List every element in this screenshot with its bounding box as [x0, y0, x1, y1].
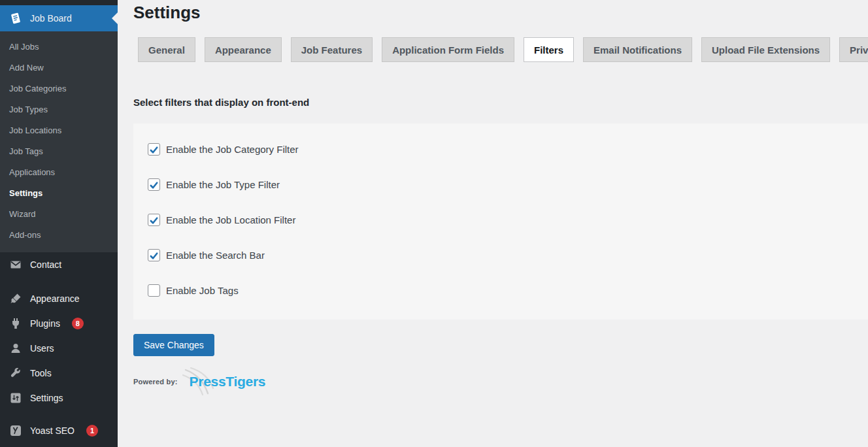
filter-label[interactable]: Enable the Job Type Filter — [166, 178, 280, 191]
sidebar-item-settings[interactable]: Settings — [0, 386, 118, 410]
user-icon — [9, 342, 22, 355]
search-bar-checkbox[interactable] — [148, 249, 160, 261]
filters-panel: Enable the Job Category Filter Enable th… — [133, 124, 868, 320]
filter-row: Enable the Search Bar — [148, 249, 868, 284]
save-changes-button[interactable]: Save Changes — [133, 334, 214, 356]
tab-application-form-fields[interactable]: Application Form Fields — [382, 37, 514, 62]
sliders-icon — [9, 391, 22, 405]
sidebar-item-label: Job Board — [30, 13, 72, 24]
sidebar-item-label: Appearance — [30, 293, 80, 304]
powered-by: Powered by: PressTigers — [133, 374, 868, 389]
sidebar-subitem-job-tags[interactable]: Job Tags — [0, 141, 118, 162]
tab-appearance[interactable]: Appearance — [205, 37, 282, 62]
sidebar-item-appearance[interactable]: Appearance — [0, 286, 118, 311]
presstigers-logo: PressTigers — [190, 374, 266, 389]
sidebar-subitem-add-new[interactable]: Add New — [0, 58, 118, 78]
sidebar-item-plugins[interactable]: Plugins 8 — [0, 311, 118, 336]
sidebar-item-label: Plugins — [30, 318, 60, 329]
sidebar-item-job-board[interactable]: Job Board — [0, 5, 118, 31]
filter-row: Enable the Job Location Filter — [148, 214, 868, 249]
filter-label[interactable]: Enable the Search Bar — [166, 249, 265, 262]
sidebar-subitem-settings[interactable]: Settings — [0, 183, 118, 204]
sidebar-item-contact[interactable]: Contact — [0, 252, 118, 277]
page: Comments Job Board All Jobs Add New Job … — [0, 0, 868, 447]
yoast-notification-badge: 1 — [86, 425, 98, 437]
sidebar-subitem-all-jobs[interactable]: All Jobs — [0, 37, 118, 58]
admin-sidebar: Comments Job Board All Jobs Add New Job … — [0, 0, 118, 447]
sidebar-subitem-job-categories[interactable]: Job Categories — [0, 78, 118, 99]
tab-job-features[interactable]: Job Features — [291, 37, 373, 62]
settings-tabs: General Appearance Job Features Applicat… — [138, 37, 868, 62]
brand-text: PressTigers — [190, 374, 266, 389]
sidebar-item-yoast-seo[interactable]: Yoast SEO 1 — [0, 418, 118, 443]
sidebar-subitem-job-locations[interactable]: Job Locations — [0, 120, 118, 141]
job-tags-checkbox[interactable] — [148, 284, 160, 297]
tab-filters[interactable]: Filters — [524, 37, 574, 62]
filter-label[interactable]: Enable the Job Category Filter — [166, 143, 299, 156]
sidebar-item-tools[interactable]: Tools — [0, 361, 118, 386]
job-location-filter-checkbox[interactable] — [148, 214, 160, 226]
filter-label[interactable]: Enable the Job Location Filter — [166, 214, 295, 227]
sidebar-item-label: Settings — [30, 393, 63, 403]
tab-general[interactable]: General — [138, 37, 195, 62]
tab-privacy[interactable]: Privacy — [839, 37, 868, 62]
job-type-filter-checkbox[interactable] — [148, 178, 160, 191]
sidebar-subitem-job-types[interactable]: Job Types — [0, 99, 118, 120]
sidebar-item-label: Contact — [30, 259, 61, 270]
yoast-icon — [9, 424, 22, 437]
filter-label[interactable]: Enable Job Tags — [166, 284, 239, 297]
job-board-submenu: All Jobs Add New Job Categories Job Type… — [0, 31, 118, 252]
mail-icon — [9, 258, 22, 271]
filter-row: Enable Job Tags — [148, 284, 868, 320]
plugins-update-badge: 8 — [72, 318, 84, 329]
filter-row: Enable the Job Type Filter — [148, 178, 868, 214]
sidebar-subitem-wizard[interactable]: Wizard — [0, 204, 118, 225]
sidebar-subitem-applications[interactable]: Applications — [0, 162, 118, 183]
sidebar-item-label: Users — [30, 343, 54, 354]
job-category-filter-checkbox[interactable] — [148, 143, 160, 156]
brush-icon — [9, 292, 22, 305]
plugin-icon — [9, 317, 22, 330]
sidebar-subitem-add-ons[interactable]: Add-ons — [0, 225, 118, 246]
job-board-icon — [9, 12, 22, 25]
tab-upload-file-extensions[interactable]: Upload File Extensions — [701, 37, 830, 62]
tab-email-notifications[interactable]: Email Notifications — [583, 37, 692, 62]
filter-row: Enable the Job Category Filter — [148, 143, 868, 178]
wrench-icon — [9, 367, 22, 380]
main-content: Settings General Appearance Job Features… — [118, 0, 868, 447]
powered-by-label: Powered by: — [133, 378, 178, 386]
sidebar-item-label: Yoast SEO — [30, 425, 75, 436]
sidebar-separator — [0, 277, 118, 286]
sidebar-item-comments[interactable]: Comments — [0, 0, 118, 5]
sidebar-separator — [0, 410, 118, 418]
page-title: Settings — [133, 0, 868, 23]
section-heading: Select filters that display on front-end — [133, 96, 868, 109]
sidebar-item-users[interactable]: Users — [0, 336, 118, 361]
sidebar-item-label: Tools — [30, 368, 52, 378]
